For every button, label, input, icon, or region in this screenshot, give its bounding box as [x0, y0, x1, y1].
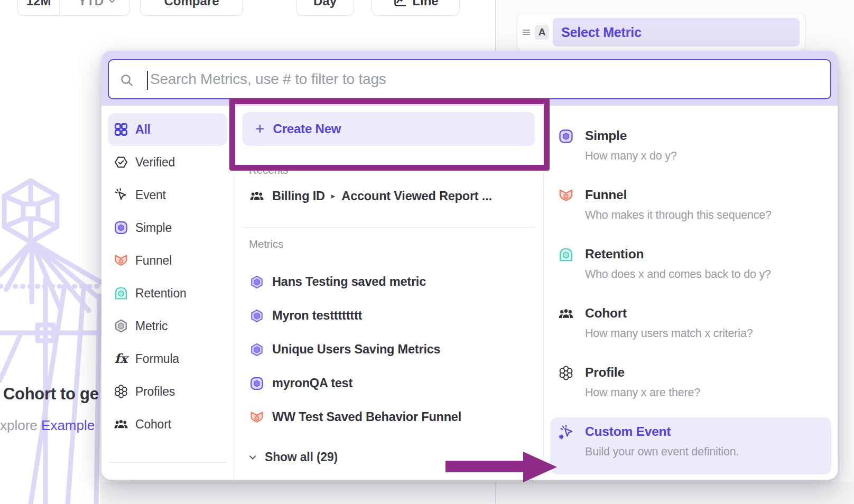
type-title: Retention [585, 246, 771, 262]
show-all-label: Show all (29) [265, 450, 338, 464]
type-description: How many x are there? [585, 385, 700, 400]
recents-section-header: Recents [249, 164, 535, 176]
recent-group-label: Billing ID [272, 189, 325, 203]
drag-handle-icon[interactable] [522, 27, 531, 37]
show-all-button[interactable]: Show all (29) [243, 447, 535, 468]
sidebar-item-label: Retention [135, 286, 187, 301]
cohort-people-icon [558, 305, 574, 322]
sidebar-item-formula[interactable]: fx Formula [108, 342, 227, 375]
type-row-profile[interactable]: ProfileHow many x are there? [550, 358, 831, 417]
recent-metric-label: Account Viewed Report ... [341, 189, 491, 203]
metrics-section-header: Metrics [249, 238, 535, 250]
select-metric-field[interactable]: Select Metric [553, 18, 800, 46]
date-range-button[interactable]: 12M [18, 0, 60, 15]
type-row-retention[interactable]: RetentionWho does x and comes back to do… [550, 240, 831, 299]
sidebar-item-label: Verified [135, 155, 175, 170]
type-description: Build your own event definition. [585, 444, 739, 459]
chart-type-label: Line [412, 0, 438, 8]
verified-seal-icon [113, 154, 129, 170]
retention-metric-icon [113, 285, 129, 301]
sidebar-item-label: All [135, 123, 151, 137]
sidebar-item-label: Event [135, 188, 166, 202]
chevron-down-icon [108, 0, 116, 5]
recent-metric-row[interactable]: Billing ID ▸ Account Viewed Report ... [243, 185, 535, 207]
event-cursor-icon [113, 187, 129, 203]
type-description: Who makes it through this sequence? [585, 208, 772, 222]
tag-icon [113, 479, 129, 480]
formula-fx-icon: fx [113, 351, 129, 367]
sidebar-item-label: Formula [135, 352, 179, 366]
date-dropdown-label: YTD [78, 0, 104, 8]
metric-item-label: Hans Testing saved metric [272, 275, 426, 289]
sidebar-item-label: Simple [135, 221, 172, 235]
metric-list-item[interactable]: Hans Testing saved metric [243, 265, 535, 299]
saved-metric-purple-icon [249, 308, 265, 324]
breadcrumb-separator-icon: ▸ [331, 191, 336, 201]
type-title: Profile [585, 365, 700, 380]
metric-type-sidebar: All Verified Event Simple Funnel Retenti… [101, 106, 234, 480]
panel-divider [495, 482, 496, 504]
sidebar-item-verified[interactable]: Verified [108, 146, 227, 179]
sidebar-item-funnel[interactable]: Funnel [108, 244, 227, 277]
interval-button[interactable]: Day [296, 0, 354, 16]
metric-item-label: myronQA test [272, 376, 352, 390]
profiles-cluster-icon [113, 384, 129, 399]
clause-letter-badge: A [535, 25, 549, 40]
type-title: Custom Event [585, 424, 739, 440]
sidebar-item-simple[interactable]: Simple [108, 211, 227, 244]
decorative-wireframe-illustration [0, 174, 101, 504]
sidebar-item-retention[interactable]: Retention [108, 277, 227, 310]
funnel-metric-icon [113, 253, 129, 268]
type-row-cohort[interactable]: CohortHow many users match x criteria? [550, 299, 831, 358]
sidebar-item-tags[interactable]: Tags [108, 470, 227, 480]
compare-button[interactable]: Compare [140, 0, 243, 16]
sidebar-item-label: Funnel [135, 254, 172, 268]
sidebar-item-label: Metric [135, 319, 168, 333]
explore-text-fragment: xplore [0, 417, 41, 433]
type-description: How many users match x criteria? [585, 326, 753, 341]
metric-item-label: Unique Users Saving Metrics [272, 342, 440, 357]
type-row-funnel[interactable]: FunnelWho makes it through this sequence… [550, 181, 831, 240]
create-new-label: Create New [273, 122, 341, 136]
type-title: Funnel [585, 187, 772, 203]
simple-metric-icon [113, 220, 129, 236]
metric-type-column: SimpleHow many x do y? FunnelWho makes i… [544, 106, 838, 480]
profiles-cluster-icon [558, 365, 574, 381]
sidebar-item-cohort[interactable]: Cohort [108, 408, 227, 441]
panel-divider [495, 0, 496, 51]
metric-list-column: + Create New Recents Billing ID ▸ Accoun… [234, 106, 544, 480]
sidebar-item-label: Cohort [135, 417, 171, 432]
example-link[interactable]: Example [41, 417, 95, 433]
chart-type-button[interactable]: Line [372, 0, 460, 16]
chevron-down-icon [248, 453, 257, 462]
date-range-dropdown[interactable]: YTD [65, 0, 129, 15]
simple-metric-icon [249, 376, 265, 391]
page-bottom-strip [100, 482, 854, 504]
cohort-people-icon [113, 416, 129, 432]
type-row-simple[interactable]: SimpleHow many x do y? [550, 122, 831, 181]
date-range-segmented-control[interactable]: 12M YTD [17, 0, 130, 16]
sidebar-item-profiles[interactable]: Profiles [108, 375, 227, 408]
sidebar-item-event[interactable]: Event [108, 179, 227, 211]
type-title: Cohort [585, 305, 753, 321]
metric-list-item[interactable]: myronQA test [243, 367, 535, 400]
create-new-button[interactable]: + Create New [243, 112, 535, 146]
sidebar-item-metric[interactable]: Metric [108, 310, 227, 342]
metric-list-item[interactable]: Myron testttttttt [243, 299, 535, 333]
saved-metric-purple-icon [249, 342, 265, 358]
type-row-custom-event[interactable]: Custom EventBuild your own event definit… [550, 417, 831, 474]
funnel-metric-icon [558, 187, 574, 204]
line-chart-icon [393, 0, 407, 8]
metric-list-item[interactable]: WW Test Saved Behavior Funnel [243, 400, 535, 434]
type-description: Who does x and comes back to do y? [585, 267, 771, 282]
metric-list-item[interactable]: Unique Users Saving Metrics [243, 333, 535, 367]
funnel-metric-icon [249, 409, 265, 425]
search-metrics-input[interactable] [109, 60, 830, 98]
retention-metric-icon [558, 246, 574, 263]
search-box[interactable] [108, 59, 831, 99]
simple-metric-icon [558, 128, 574, 145]
custom-event-cursor-icon [558, 424, 574, 441]
plus-icon: + [255, 121, 265, 137]
metric-picker-dialog: All Verified Event Simple Funnel Retenti… [101, 51, 838, 480]
sidebar-item-all[interactable]: All [108, 113, 227, 146]
